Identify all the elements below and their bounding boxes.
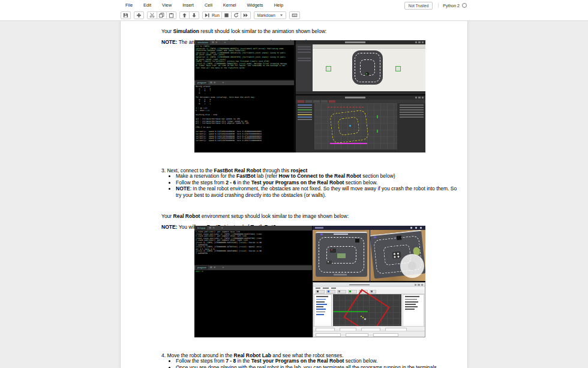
scan-dot-yellow <box>361 316 362 317</box>
menu-view[interactable]: View <box>157 1 177 10</box>
terminal-tab-bar: program ⊞ ✕ + <box>194 80 294 85</box>
gazebo-status-bar <box>296 91 425 94</box>
axis-line-green <box>333 311 368 312</box>
menu-cell[interactable]: Cell <box>199 1 218 10</box>
aruco-marker-right <box>395 66 401 71</box>
toolbar: Run Markdown <box>121 11 300 20</box>
rviz-3d-view <box>333 294 401 327</box>
menu-help <box>331 288 336 289</box>
copy-cell-button[interactable] <box>157 11 167 19</box>
maximize-icon <box>418 41 421 43</box>
trust-status-button[interactable]: Not Trusted <box>404 2 433 10</box>
time-field <box>373 333 398 337</box>
close-icon <box>420 227 422 229</box>
terminal-tab-bar: simulation ⊞ ✕ + <box>194 40 294 45</box>
terminal-output: Moving around: u i o j k l m , . For Hol… <box>194 85 294 152</box>
rviz-displays-panel <box>314 294 332 327</box>
gazebo-3d-view <box>313 44 425 91</box>
split-icon: ⊞ <box>210 266 212 270</box>
kernel-indicator: Python 2 <box>438 3 467 8</box>
select-tool <box>337 290 346 294</box>
move-cell-up-button[interactable] <box>179 11 190 19</box>
camera-bar-label <box>315 227 323 229</box>
green-marker <box>377 115 378 118</box>
scan-red-line <box>328 107 364 108</box>
gazebo-left-panel <box>296 44 313 91</box>
menu-bar: File Edit View Insert Cell Kernel Widget… <box>120 0 289 10</box>
maximize-icon <box>418 284 420 286</box>
window-title <box>345 97 365 98</box>
aruco-marker-left <box>326 66 331 71</box>
restart-kernel-button[interactable] <box>231 11 241 19</box>
paste-cell-button[interactable] <box>166 11 176 19</box>
paste-cell-icon <box>169 13 174 18</box>
window-title <box>349 285 370 286</box>
run-cell-button[interactable]: Run <box>202 11 222 19</box>
cut-cell-icon <box>149 13 155 18</box>
close-icon <box>422 41 424 43</box>
move-up-icon <box>182 13 187 18</box>
camera-top-bar <box>313 226 425 230</box>
simulated-track <box>352 50 383 85</box>
logo-icon <box>320 234 323 235</box>
save-button[interactable] <box>121 11 131 19</box>
bullet-list-4: Follow the steps from 7 - 8 in the Test … <box>169 358 463 368</box>
goal-pose-tool-chip <box>329 100 335 103</box>
menu-edit[interactable]: Edit <box>138 1 157 10</box>
minimize-icon <box>415 284 417 286</box>
scan-dot-yellow <box>362 317 364 318</box>
copy-cell-icon <box>159 13 164 18</box>
close-icon: ✕ <box>214 266 216 270</box>
robot-pose-marker <box>349 125 351 127</box>
terminal-window-teleop: program ⊞ ✕ + Moving around: u i o j k l… <box>194 80 294 152</box>
obstacle-robot <box>355 239 359 243</box>
teleop-joystick-overlay <box>400 254 424 278</box>
paragraph-simulation: Your Simulation result should look simil… <box>161 28 455 35</box>
add-tool-button <box>370 290 376 294</box>
interact-tool-chip <box>298 100 304 103</box>
add-cell-button[interactable] <box>134 11 144 19</box>
split-icon: ⊞ <box>212 41 214 44</box>
terminal-tab-bar: program ⊞ ✕ + <box>194 265 312 270</box>
split-icon: ⊞ <box>209 226 211 230</box>
notebook-page: Your Simulation result should look simil… <box>120 20 468 368</box>
rviz-status-bar <box>296 149 425 152</box>
rviz-properties-panel <box>403 294 424 327</box>
green-marker <box>377 130 378 133</box>
new-tab-icon: + <box>224 41 226 44</box>
cut-cell-button[interactable] <box>147 11 157 19</box>
list-item: Make a reservation for the FastBot lab (… <box>176 173 463 179</box>
move-cell-down-button[interactable] <box>189 11 199 19</box>
bullet-list-3: Make a reservation for the FastBot lab (… <box>169 173 463 198</box>
interrupt-kernel-button[interactable] <box>221 11 232 19</box>
paragraph-real-robot: Your Real Robot environment setup should… <box>161 213 455 220</box>
command-palette-button[interactable] <box>289 11 300 19</box>
stop-icon <box>224 13 229 18</box>
robot-led <box>331 249 332 250</box>
time-field <box>316 333 341 337</box>
run-label: Run <box>212 13 220 17</box>
rviz-properties-panel <box>398 103 425 149</box>
lab-camera-view-right <box>370 230 425 281</box>
interact-tool <box>316 290 325 294</box>
cell-type-select[interactable]: Markdown <box>254 11 286 19</box>
select-tool-chip <box>313 100 320 103</box>
terminal-output: try to [INFO] [gzserver-1] [INFO] [17060… <box>194 45 294 79</box>
restart-run-all-button[interactable] <box>241 11 251 19</box>
cell-type-value: Markdown <box>257 13 275 17</box>
lab-camera-view-left <box>313 230 370 281</box>
menu-file[interactable]: File <box>120 1 138 10</box>
menu-widgets[interactable]: Widgets <box>242 1 269 10</box>
camera-views-panel <box>313 226 425 281</box>
menu-insert[interactable]: Insert <box>177 1 199 10</box>
move-down-icon <box>191 13 197 18</box>
save-icon <box>123 13 128 18</box>
rviz-window <box>296 95 425 152</box>
restart-icon <box>233 13 239 18</box>
menu-help[interactable]: Help <box>269 1 289 10</box>
window-title-bar <box>296 40 425 44</box>
terminal-output: t_state_publisher]: got segment base_lin… <box>194 231 312 264</box>
menu-kernel[interactable]: Kernel <box>218 1 242 10</box>
window-title <box>345 41 365 43</box>
rviz2-window <box>313 282 425 337</box>
